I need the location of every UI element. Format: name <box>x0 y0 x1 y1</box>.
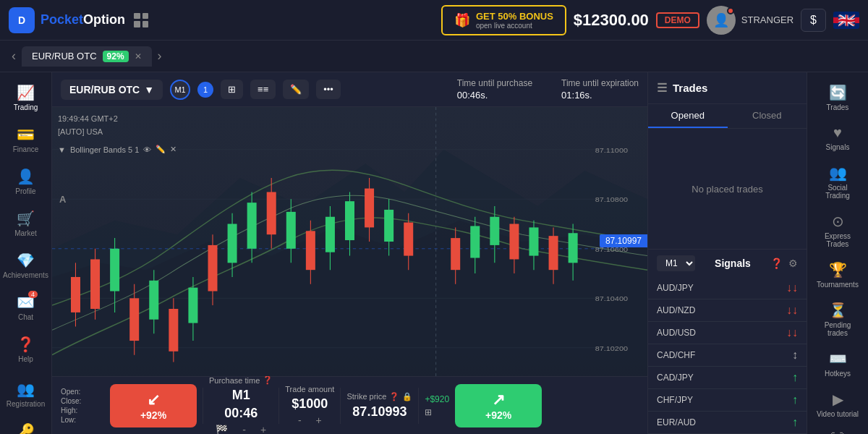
m1-select[interactable]: M1 <box>657 255 695 271</box>
sidebar-label-finance: Finance <box>13 145 39 153</box>
signal-row-chfjpy[interactable]: CHF/JPY ↑ <box>648 389 807 412</box>
purchase-time-controls: 🏁 - + <box>216 424 266 434</box>
rsidebar-item-trades[interactable]: 🔄 Trades <box>811 78 865 117</box>
divider3 <box>340 388 341 424</box>
chart-toolbar: EUR/RUB OTC ▼ M1 1 ⊞ ≡≡ ✏️ ••• Time unti… <box>52 72 647 107</box>
sidebar-item-finance[interactable]: 💳 Finance <box>4 120 48 159</box>
achievements-icon: 💎 <box>17 252 35 269</box>
rsidebar-item-pending[interactable]: ⏳ Pending trades <box>811 296 865 343</box>
chart-info: 19:49:44 GMT+2 [AUTO] USA <box>58 113 118 138</box>
trade-amount-section: Trade amount $1000 - + <box>285 385 334 426</box>
indicator-visible-icon[interactable]: 👁 <box>143 145 151 154</box>
sidebar-label-chat: Chat <box>18 313 33 321</box>
signal-row-euraud[interactable]: EUR/AUD ↑ <box>648 412 807 434</box>
signal-pair: AUD/NZD <box>657 305 786 315</box>
help-icon: ❓ <box>17 336 35 353</box>
svg-rect-36 <box>326 217 335 252</box>
chat-icon: ✉️4 <box>17 294 35 311</box>
svg-rect-54 <box>529 227 538 255</box>
sidebar-item-profile[interactable]: 👤 Profile <box>4 162 48 201</box>
social-icon: 👥 <box>829 164 847 182</box>
trades-header: ☰ Trades <box>648 72 807 104</box>
rsidebar-item-signals[interactable]: ♥ Signals <box>811 119 865 157</box>
sidebar-item-trading[interactable]: 📈 Trading <box>4 78 48 117</box>
logo: D PocketOption <box>9 7 151 33</box>
signal-row-cadchf[interactable]: CAD/CHF ↕ <box>648 344 807 367</box>
trades-panel: ☰ Trades Opened Closed No placed trades … <box>647 72 807 434</box>
sidebar-label-profile: Profile <box>15 187 35 195</box>
sidebar-item-chat[interactable]: ✉️4 Chat <box>4 288 48 327</box>
buy-button[interactable]: ↗ +92% <box>455 384 542 427</box>
notification-dot <box>727 7 734 14</box>
bonus-label: GET 50% BONUS <box>476 11 553 22</box>
grid-icon[interactable] <box>131 10 151 30</box>
language-flag[interactable]: 🇬🇧 <box>833 12 859 29</box>
expiration-label: Time until expiration <box>561 78 639 88</box>
svg-rect-28 <box>247 203 257 249</box>
m1-badge[interactable]: M1 <box>170 80 190 100</box>
sidebar-label-achievements: Achievements <box>3 271 48 279</box>
signals-help-icon[interactable]: ❓ <box>770 258 783 269</box>
tab-next-arrow[interactable]: › <box>152 48 168 64</box>
amount-minus-btn[interactable]: - <box>298 414 302 426</box>
signals-header: M1 Signals ❓ ⚙ <box>648 250 807 277</box>
sell-button[interactable]: ↙ +92% <box>110 384 197 427</box>
active-tab[interactable]: EUR/RUB OTC 92% ✕ <box>22 46 152 67</box>
bonus-button[interactable]: 🎁 GET 50% BONUS open live account <box>441 5 566 35</box>
sell-pct-label: +92% <box>140 409 166 421</box>
buy-pct-label: +92% <box>485 409 511 421</box>
sidebar-label-market: Market <box>14 229 37 237</box>
signals-settings-icon[interactable]: ⚙ <box>788 258 798 269</box>
rsidebar-item-social[interactable]: 👥 Social Trading <box>811 158 865 205</box>
gift-icon: 🎁 <box>454 12 470 28</box>
currency-button[interactable]: $ <box>801 9 826 32</box>
svg-rect-18 <box>149 281 158 320</box>
purchase-time-label: Purchase time ❓ <box>209 375 273 385</box>
svg-rect-30 <box>267 192 276 234</box>
multi-icon: ⊞ <box>425 407 449 417</box>
tab-opened[interactable]: Opened <box>648 104 728 128</box>
profit-section: +$920 ⊞ <box>425 394 449 417</box>
chart-candlestick-btn[interactable]: ⊞ <box>221 80 243 99</box>
flag-icon[interactable]: 🏁 <box>216 424 228 434</box>
plus-btn[interactable]: + <box>260 424 266 434</box>
topbar: D PocketOption 🎁 GET 50% BONUS open live… <box>0 0 868 41</box>
chart-draw-btn[interactable]: ✏️ <box>283 80 309 99</box>
indicator-edit-icon[interactable]: ✏️ <box>156 145 166 154</box>
svg-rect-16 <box>129 298 139 341</box>
signal-row-audusd[interactable]: AUD/USD ↓↓ <box>648 322 807 344</box>
chart-more-btn[interactable]: ••• <box>316 80 341 99</box>
chart-indicators-btn[interactable]: ≡≡ <box>250 80 276 99</box>
rsidebar-item-video[interactable]: ▶ Video tutorial <box>811 385 865 424</box>
indicator-close-icon[interactable]: ✕ <box>170 145 176 154</box>
tab-closed[interactable]: Closed <box>728 104 807 128</box>
sidebar-item-signin[interactable]: 🔑 Sign in <box>4 417 48 434</box>
tab-prev-arrow[interactable]: ‹ <box>6 48 22 64</box>
signal-row-cadjpy[interactable]: CAD/JPY ↑ <box>648 367 807 389</box>
tab-close-icon[interactable]: ✕ <box>135 51 142 61</box>
sidebar-item-help[interactable]: ❓ Help <box>4 330 48 369</box>
svg-rect-52 <box>509 224 519 260</box>
chart-region: [AUTO] USA <box>58 126 118 139</box>
sidebar-item-market[interactable]: 🛒 Market <box>4 204 48 243</box>
rsidebar-item-tournaments[interactable]: 🏆 Tournaments <box>811 255 865 294</box>
sidebar-item-registration[interactable]: 👥 Registration <box>4 375 48 414</box>
signal-row-audnzd[interactable]: AUD/NZD ↓↓ <box>648 299 807 322</box>
signal-row-audjpy[interactable]: AUD/JPY ↓↓ <box>648 277 807 299</box>
tab-pair: EUR/RUB OTC <box>32 51 97 61</box>
minus-btn[interactable]: - <box>242 424 246 434</box>
high-label: High: <box>61 407 104 414</box>
rsidebar-label-express: Express Trades <box>815 232 861 248</box>
signals-list: AUD/JPY ↓↓ AUD/NZD ↓↓ AUD/USD ↓↓ CAD/CHF… <box>648 277 807 434</box>
svg-rect-10 <box>71 277 80 312</box>
chart-type-btn[interactable]: 1 <box>197 82 213 98</box>
avatar[interactable]: 👤 <box>707 6 736 35</box>
pending-icon: ⏳ <box>829 302 847 319</box>
sidebar-item-achievements[interactable]: 💎 Achievements <box>4 246 48 285</box>
pair-selector[interactable]: EUR/RUB OTC ▼ <box>61 80 163 100</box>
rsidebar-item-fullscreen[interactable]: ⛶ Full screen <box>811 425 865 434</box>
hamburger-icon[interactable]: ☰ <box>657 81 667 95</box>
rsidebar-item-express[interactable]: ⊙ Express Trades <box>811 207 865 254</box>
amount-plus-btn[interactable]: + <box>316 414 322 426</box>
rsidebar-item-hotkeys[interactable]: ⌨️ Hotkeys <box>811 344 865 383</box>
